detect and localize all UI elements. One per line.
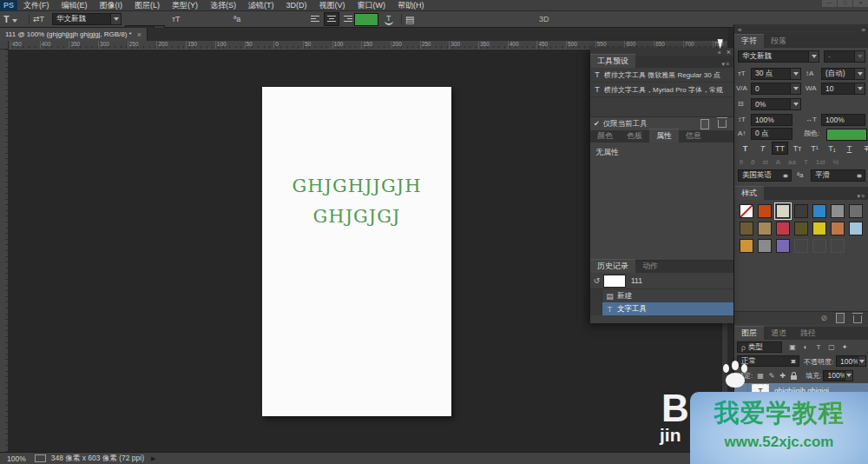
text-color-swatch[interactable] (354, 13, 378, 26)
panel-close-icon[interactable]: × (727, 48, 731, 56)
style-swatch[interactable] (758, 239, 772, 253)
new-style-icon[interactable] (836, 313, 845, 323)
ligature-button[interactable]: fi (740, 158, 743, 166)
char-size-select[interactable]: 30 点 (751, 68, 801, 80)
tab-close-icon[interactable]: × (137, 30, 141, 39)
char-vscale-input[interactable]: 100% (751, 114, 792, 126)
menu-item[interactable]: 文件(F) (17, 0, 56, 11)
menu-item[interactable]: 帮助(H) (391, 0, 431, 11)
panel-tab[interactable]: 动作 (635, 260, 665, 273)
style-swatch[interactable] (776, 222, 790, 235)
style-swatch[interactable] (831, 239, 845, 253)
layer-filter-icon[interactable]: T (812, 341, 825, 352)
checkbox-checked-icon[interactable]: ✔ (594, 120, 600, 128)
style-swatch[interactable] (794, 204, 808, 218)
format-button[interactable]: T (858, 142, 868, 155)
panel-tab[interactable]: 属性 (649, 129, 679, 143)
dropdown-arrow-icon[interactable] (110, 14, 121, 24)
panel-tab[interactable]: 路径 (793, 327, 823, 340)
char-proportional-select[interactable]: 0% (751, 98, 801, 110)
format-button[interactable]: T¹ (806, 142, 823, 155)
panel-tab[interactable]: 段落 (764, 35, 793, 48)
styles-tab[interactable]: 样式 (734, 186, 764, 200)
char-font-select[interactable]: 华文新魏 (738, 50, 819, 63)
tool-presets-tab[interactable]: 工具预设 (590, 54, 635, 68)
panel-menu-icon[interactable]: ▾≡ (857, 193, 868, 200)
layer-filter-icon[interactable]: ◐ (799, 341, 812, 352)
format-button[interactable]: T (754, 142, 771, 155)
char-tracking-select[interactable]: 10 (821, 83, 865, 95)
tool-preset-picker[interactable]: T (3, 13, 17, 25)
style-swatch[interactable] (849, 222, 863, 235)
panel-menu-icon[interactable]: ▾≡ (721, 61, 733, 68)
tool-preset-row[interactable]: T 横排文字工具，Myriad Pro 字体，常规 (590, 83, 733, 97)
style-swatch[interactable] (831, 204, 845, 218)
opacity-input[interactable]: 100% (836, 355, 866, 367)
minimize-button[interactable]: — (822, 0, 837, 7)
menu-item[interactable]: 编辑(E) (56, 0, 94, 11)
new-preset-icon[interactable] (700, 119, 709, 129)
history-source-checkbox[interactable] (590, 289, 602, 302)
zoom-level[interactable]: 100% (7, 454, 26, 463)
layer-filter-select[interactable]: ρ 类型 (737, 341, 782, 353)
panel-tab[interactable]: 颜色 (590, 129, 620, 143)
clear-style-icon[interactable]: ⊘ (820, 314, 827, 322)
style-swatch[interactable] (849, 204, 863, 218)
history-source-checkbox[interactable] (590, 302, 602, 315)
align-center-button[interactable] (324, 12, 339, 26)
style-swatch[interactable] (758, 204, 772, 218)
panel-tab[interactable]: 色板 (620, 129, 649, 143)
menu-item[interactable]: 窗口(W) (352, 0, 392, 11)
ligature-button[interactable]: T (804, 158, 808, 166)
delete-style-icon[interactable] (853, 315, 862, 323)
layer-filter-icon[interactable]: ✦ (838, 341, 851, 352)
char-leading-select[interactable]: (自动) (821, 68, 865, 80)
panel-tab[interactable]: 通道 (764, 327, 793, 340)
ligature-button[interactable]: st (762, 158, 767, 166)
panel-tab[interactable]: 图层 (734, 326, 764, 340)
lock-option-icon[interactable]: ✎ (769, 372, 775, 380)
menu-item[interactable]: 类型(Y) (166, 0, 204, 11)
canvas-text-line2[interactable]: GHJGJGJ (262, 206, 451, 227)
history-brush-icon[interactable]: ↺ (590, 276, 603, 285)
char-antialias-select[interactable]: 平滑 (811, 169, 865, 182)
panel-tab[interactable]: 信息 (679, 129, 708, 143)
font-family-select[interactable]: 华文新魏 (52, 13, 122, 25)
format-button[interactable]: T (841, 142, 858, 155)
char-baseline-input[interactable]: 0 点 (751, 128, 792, 140)
style-swatch[interactable] (776, 204, 790, 218)
history-step-row[interactable]: T 文字工具 (590, 302, 733, 315)
text-orientation-icon[interactable]: ⇄T (33, 13, 44, 25)
collapse-icon[interactable]: « (738, 26, 741, 34)
menu-item[interactable]: 视图(V) (313, 0, 352, 11)
char-language-select[interactable]: 美国英语 (738, 169, 792, 182)
format-button[interactable]: Tт (789, 142, 806, 155)
style-swatch[interactable] (794, 239, 808, 253)
canvas-text-line1[interactable]: GHJGHJJGJH (262, 176, 451, 196)
layer-filter-icon[interactable]: ▣ (786, 341, 799, 352)
history-snapshot-row[interactable]: ↺ 111 (590, 273, 733, 289)
style-swatch[interactable] (812, 204, 826, 218)
menu-item[interactable]: 图像(I) (94, 0, 129, 11)
style-swatch[interactable] (740, 204, 753, 218)
ligature-button[interactable]: aa (788, 158, 796, 166)
menu-item[interactable]: 选择(S) (204, 0, 242, 11)
document-canvas[interactable]: GHJGHJJGJH GHJGJGJ (262, 87, 451, 416)
style-swatch[interactable] (776, 239, 790, 253)
delete-preset-icon[interactable] (718, 120, 727, 128)
snapshot-thumbnail[interactable] (603, 275, 626, 288)
fill-input[interactable]: 100% (823, 370, 853, 381)
style-swatch[interactable] (740, 222, 753, 235)
history-step-row[interactable]: ▤ 新建 (590, 289, 733, 302)
panel-tab[interactable]: 字符 (734, 34, 764, 48)
ligature-button[interactable]: ½ (833, 158, 839, 166)
panel-tab[interactable]: 历史记录 (590, 259, 635, 273)
status-expand-icon[interactable]: ▶ (151, 455, 155, 462)
char-color-swatch[interactable] (826, 129, 867, 141)
menu-item[interactable]: 滤镜(T) (242, 0, 280, 11)
format-button[interactable]: T (737, 142, 753, 155)
toggle-panels-icon[interactable]: ▤ (405, 13, 414, 25)
document-tab[interactable]: 111 @ 100% (ghjghjjgjh ghjgjgj, RGB/8) *… (0, 28, 148, 41)
ligature-button[interactable]: A (776, 158, 780, 166)
ligature-button[interactable]: 1st (816, 158, 825, 166)
